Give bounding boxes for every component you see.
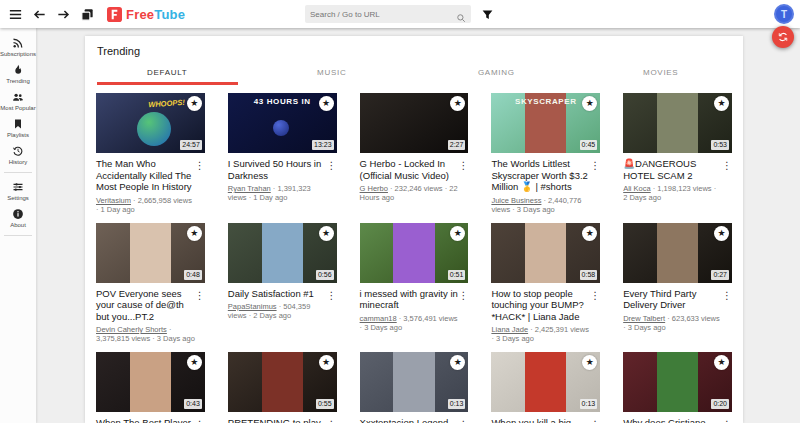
save-star-button[interactable]: ★ bbox=[714, 226, 729, 241]
video-title[interactable]: The Worlds Littlest Skyscraper Worth $3.… bbox=[491, 158, 590, 193]
video-thumbnail[interactable]: ★0:56 bbox=[228, 223, 337, 283]
channel-link[interactable]: Drew Talbert bbox=[623, 314, 665, 323]
save-star-button[interactable]: ★ bbox=[582, 96, 597, 111]
kebab-menu-icon[interactable]: ⋮ bbox=[327, 419, 337, 423]
video-thumbnail[interactable]: ★0:20 bbox=[623, 352, 732, 412]
sidebar-item-most-popular[interactable]: Most Popular bbox=[0, 87, 36, 114]
tab-music[interactable]: MUSIC bbox=[250, 62, 415, 85]
video-title[interactable]: The Man Who Accidentally Killed The Most… bbox=[96, 158, 195, 193]
kebab-menu-icon[interactable]: ⋮ bbox=[722, 419, 732, 423]
search-icon[interactable] bbox=[456, 9, 466, 19]
video-title[interactable]: I Survived 50 Hours in Darkness bbox=[228, 158, 327, 181]
sidebar-item-about[interactable]: About bbox=[0, 204, 36, 231]
video-thumbnail[interactable]: ★0:53 bbox=[623, 93, 732, 153]
search-bar[interactable] bbox=[305, 5, 471, 23]
video-title[interactable]: 🚨DANGEROUS HOTEL SCAM 2 bbox=[623, 158, 722, 181]
save-star-button[interactable]: ★ bbox=[582, 355, 597, 370]
kebab-menu-icon[interactable]: ⋮ bbox=[458, 290, 468, 332]
video-thumbnail[interactable]: ★0:43 bbox=[96, 352, 205, 412]
video-thumbnail[interactable]: ★0:13 bbox=[491, 352, 600, 412]
kebab-menu-icon[interactable]: ⋮ bbox=[458, 160, 468, 202]
save-star-button[interactable]: ★ bbox=[319, 355, 334, 370]
video-title[interactable]: When The Best Player Hops On... bbox=[96, 417, 195, 423]
sidebar-item-subscriptions[interactable]: Subscriptions bbox=[0, 33, 36, 60]
video-thumbnail[interactable]: SKYSCRAPER★0:45 bbox=[491, 93, 600, 153]
forward-arrow-icon[interactable] bbox=[56, 7, 71, 22]
save-star-button[interactable]: ★ bbox=[187, 355, 202, 370]
video-thumbnail[interactable]: ★0:58 bbox=[491, 223, 600, 283]
save-star-button[interactable]: ★ bbox=[450, 226, 465, 241]
video-thumbnail[interactable]: ★0:51 bbox=[360, 223, 469, 283]
video-title[interactable]: Why does Cristiano Ronaldo refuse to get… bbox=[623, 417, 722, 423]
video-title[interactable]: Daily Satisfaction #1 bbox=[228, 288, 327, 300]
back-arrow-icon[interactable] bbox=[32, 7, 47, 22]
save-star-button[interactable]: ★ bbox=[319, 226, 334, 241]
video-title[interactable]: G Herbo - Locked In (Official Music Vide… bbox=[360, 158, 459, 181]
fire-icon bbox=[12, 64, 24, 76]
sidebar-item-trending[interactable]: Trending bbox=[0, 60, 36, 87]
kebab-menu-icon[interactable]: ⋮ bbox=[590, 419, 600, 423]
thumb-center-strip bbox=[657, 352, 698, 412]
kebab-menu-icon[interactable]: ⋮ bbox=[722, 290, 732, 332]
video-title[interactable]: Xxxtentacion Legend #shorts bbox=[360, 417, 459, 423]
kebab-menu-icon[interactable]: ⋮ bbox=[195, 290, 205, 344]
save-star-button[interactable]: ★ bbox=[319, 96, 334, 111]
profile-avatar[interactable]: T bbox=[774, 4, 794, 24]
channel-link[interactable]: Liana Jade bbox=[491, 325, 528, 334]
kebab-menu-icon[interactable]: ⋮ bbox=[327, 290, 337, 321]
channel-link[interactable]: Veritasium bbox=[96, 196, 131, 205]
save-star-button[interactable]: ★ bbox=[450, 96, 465, 111]
video-thumbnail[interactable]: ★2:27 bbox=[360, 93, 469, 153]
save-star-button[interactable]: ★ bbox=[714, 355, 729, 370]
search-input[interactable] bbox=[310, 10, 456, 19]
video-title[interactable]: How to stop people touching your BUMP? *… bbox=[491, 288, 590, 323]
tab-movies[interactable]: MOVIES bbox=[579, 62, 744, 85]
tab-default[interactable]: DEFAULT bbox=[85, 62, 250, 85]
save-star-button[interactable]: ★ bbox=[450, 355, 465, 370]
sidebar-item-settings[interactable]: Settings bbox=[0, 177, 36, 204]
save-star-button[interactable]: ★ bbox=[714, 96, 729, 111]
kebab-menu-icon[interactable]: ⋮ bbox=[195, 160, 205, 214]
channel-link[interactable]: G Herbo bbox=[360, 184, 388, 193]
video-thumbnail[interactable]: ★0:27 bbox=[623, 223, 732, 283]
sidebar-item-history[interactable]: History bbox=[0, 141, 36, 168]
tab-gaming[interactable]: GAMING bbox=[414, 62, 579, 85]
duration-badge: 0:58 bbox=[580, 270, 598, 280]
video-title[interactable]: i messed with gravity in minecraft bbox=[360, 288, 459, 311]
channel-link[interactable]: Juice Business bbox=[491, 196, 541, 205]
kebab-menu-icon[interactable]: ⋮ bbox=[722, 160, 732, 202]
video-title[interactable]: PRETENDING to play GUITAR for the FIRST … bbox=[228, 417, 327, 423]
duration-badge: 0:43 bbox=[184, 399, 202, 409]
video-meta: Drew Talbert · 623,633 views · 3 Days ag… bbox=[623, 314, 722, 332]
video-title[interactable]: Every Third Party Delivery Driver bbox=[623, 288, 722, 311]
freetube-logo[interactable]: FreeTube bbox=[107, 7, 185, 22]
video-thumbnail[interactable]: WHOOPS!★24:57 bbox=[96, 93, 205, 153]
video-card: ★0:13Xxxtentacion Legend #shortsStreak V… bbox=[360, 352, 469, 423]
filter-funnel-icon[interactable] bbox=[481, 7, 494, 20]
refresh-button[interactable] bbox=[772, 26, 794, 48]
video-thumbnail[interactable]: ★0:55 bbox=[228, 352, 337, 412]
channel-link[interactable]: Ali Koca bbox=[623, 184, 651, 193]
video-title[interactable]: POV Everyone sees your cause of de@th bu… bbox=[96, 288, 195, 323]
new-window-icon[interactable] bbox=[80, 7, 95, 22]
kebab-menu-icon[interactable]: ⋮ bbox=[590, 290, 600, 344]
save-star-button[interactable]: ★ bbox=[582, 226, 597, 241]
thumb-center-strip bbox=[130, 223, 171, 283]
save-star-button[interactable]: ★ bbox=[187, 96, 202, 111]
kebab-menu-icon[interactable]: ⋮ bbox=[590, 160, 600, 214]
video-info: Daily Satisfaction #1PapaStanimus · 504,… bbox=[228, 288, 337, 321]
kebab-menu-icon[interactable]: ⋮ bbox=[195, 419, 205, 423]
channel-link[interactable]: camman18 bbox=[360, 314, 397, 323]
kebab-menu-icon[interactable]: ⋮ bbox=[458, 419, 468, 423]
sidebar-item-playlists[interactable]: Playlists bbox=[0, 114, 36, 141]
hamburger-menu-icon[interactable] bbox=[8, 7, 23, 22]
channel-link[interactable]: Devin Caherly Shorts bbox=[96, 325, 167, 334]
channel-link[interactable]: Ryan Trahan bbox=[228, 184, 271, 193]
video-thumbnail[interactable]: ★0:48 bbox=[96, 223, 205, 283]
video-title[interactable]: When you kill a big spider on the wall 😅 bbox=[491, 417, 590, 423]
video-thumbnail[interactable]: ★0:13 bbox=[360, 352, 469, 412]
kebab-menu-icon[interactable]: ⋮ bbox=[327, 160, 337, 202]
channel-link[interactable]: PapaStanimus bbox=[228, 302, 277, 311]
video-thumbnail[interactable]: 43 HOURS IN★13:23 bbox=[228, 93, 337, 153]
save-star-button[interactable]: ★ bbox=[187, 226, 202, 241]
